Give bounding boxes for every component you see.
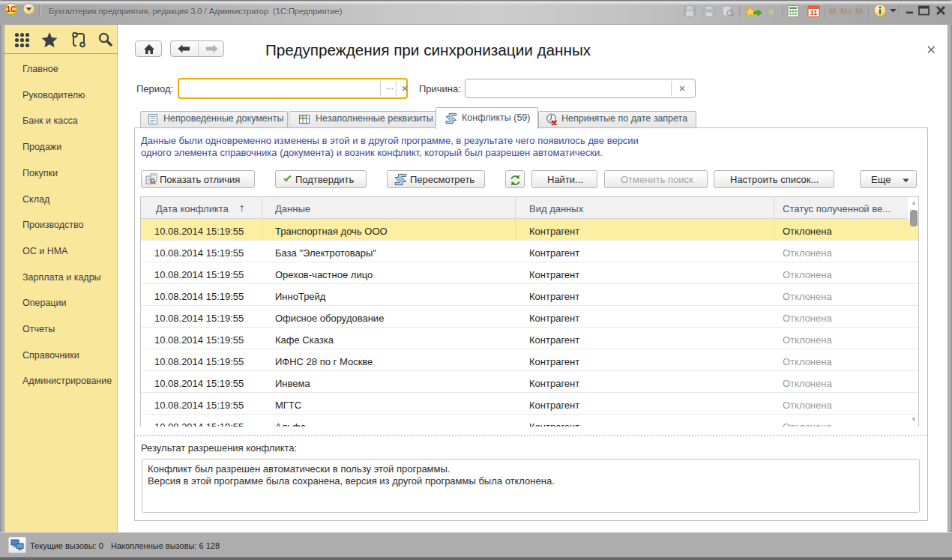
svg-text:M+: M+ [840, 7, 852, 16]
svg-text:31: 31 [810, 9, 818, 16]
svg-text:M-: M- [855, 7, 865, 16]
svg-text:1С: 1С [6, 4, 16, 13]
svg-text:M: M [829, 7, 836, 16]
